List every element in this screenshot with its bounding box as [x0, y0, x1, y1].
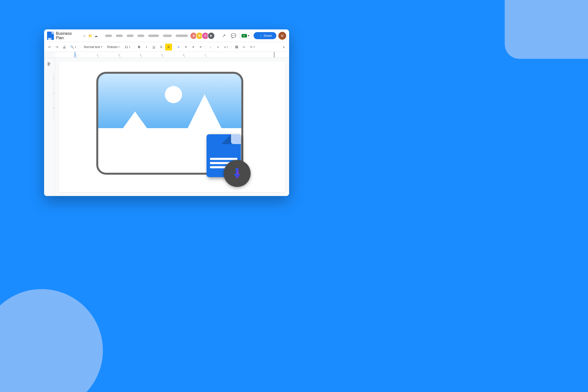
ruler-tick-6	[184, 56, 185, 58]
underline-button[interactable]: U	[150, 44, 157, 50]
meet-button[interactable]: ▶ ▾	[239, 33, 252, 39]
align-center-button[interactable]: ≡	[182, 44, 190, 50]
download-badge	[224, 160, 251, 187]
outline-icon[interactable]	[46, 60, 53, 67]
outline-svg	[47, 61, 52, 66]
share-icon: 👥	[258, 34, 262, 38]
title-bar-actions: ↗ 💬 ▶ ▾ 👥 Share U	[220, 32, 286, 40]
meet-icon: ▶	[242, 34, 247, 38]
bg-decoration-top-right	[505, 0, 588, 59]
bullet-list-button[interactable]: ≡	[214, 44, 222, 50]
italic-button[interactable]: I	[143, 44, 150, 50]
menu-placeholder-1	[105, 34, 112, 37]
avatar-4-video[interactable]: ▶	[208, 32, 215, 40]
collapse-toolbar-button[interactable]: ∧	[280, 44, 287, 50]
menu-placeholder-5	[148, 34, 159, 37]
numbered-list-icon: ≡	[224, 46, 226, 48]
ruler-tick-7	[206, 56, 206, 58]
v-ruler-label-3: 3	[54, 107, 54, 109]
comments-icon[interactable]: 💬	[230, 32, 238, 40]
separator-3	[174, 44, 174, 50]
ruler-tick-5	[163, 56, 163, 58]
doc-line-1	[210, 158, 238, 160]
meet-label: ▾	[248, 34, 250, 37]
title-action-icons: ☆ 📁 ☁	[82, 34, 98, 38]
cloud-icon[interactable]: ☁	[94, 34, 98, 38]
menu-placeholder-7	[176, 34, 188, 37]
share-label: Share	[264, 34, 272, 38]
ruler: 1 2 3 4 5 6 7	[44, 52, 289, 58]
svg-rect-4	[236, 168, 239, 174]
formatting-toolbar: ↩ ↪ 🖨 🔍 ▾ Normal text ▾ Roboto ▾ 11 ▾ B …	[44, 42, 289, 52]
font-dropdown[interactable]: Roboto ▾	[105, 44, 122, 50]
font-size-dropdown[interactable]: 11 ▾	[122, 44, 132, 50]
align-justify-button[interactable]: ≡	[197, 44, 204, 50]
ruler-tick-4	[141, 56, 142, 58]
zoom-icon: 🔍	[70, 45, 74, 49]
ruler-inner: 1 2 3 4 5 6 7	[55, 52, 289, 58]
line-spacing-button[interactable]: ↕	[207, 44, 214, 50]
edit-icon: ✏	[250, 45, 252, 49]
undo-variant-button[interactable]: ↩	[240, 44, 248, 50]
align-left-button[interactable]: ≡	[175, 44, 182, 50]
align-right-button[interactable]: ≡	[190, 44, 197, 50]
svg-marker-5	[234, 174, 240, 179]
star-icon[interactable]: ☆	[82, 34, 86, 38]
ruler-tick-2	[98, 56, 98, 58]
redo-button[interactable]: ↪	[54, 44, 60, 50]
document-title: Business Plan	[56, 31, 79, 40]
ruler-label-6: 6	[183, 54, 184, 56]
numbered-list-dropdown[interactable]: ≡ ▾	[222, 45, 230, 49]
print-button[interactable]: 🖨	[61, 44, 68, 50]
sun-icon	[165, 86, 182, 103]
v-ruler-label-1: 1	[54, 78, 54, 80]
share-button[interactable]: 👥 Share	[254, 32, 276, 39]
svg-rect-3	[48, 65, 50, 66]
illustration-container	[96, 72, 248, 182]
ruler-label-3: 3	[118, 54, 120, 56]
menu-placeholder-3	[127, 34, 134, 37]
menu-placeholder-6	[163, 34, 172, 37]
edit-arrow: ▾	[254, 46, 255, 48]
highlight-button[interactable]: A	[165, 44, 172, 50]
zoom-dropdown[interactable]: 🔍 ▾	[68, 44, 78, 50]
numbered-list-arrow: ▾	[226, 46, 228, 48]
font-size-label: 11	[124, 45, 128, 49]
svg-rect-2	[48, 64, 50, 65]
edit-dropdown[interactable]: ✏ ▾	[248, 44, 257, 50]
separator-1	[80, 44, 80, 50]
separator-4	[206, 44, 206, 50]
doc-fold-corner	[231, 134, 241, 144]
ruler-label-7: 7	[204, 54, 206, 56]
bg-decoration-bottom-left	[0, 289, 103, 392]
svg-rect-0	[48, 62, 49, 63]
ruler-label-1: 1	[75, 54, 76, 56]
document-page[interactable]	[59, 62, 285, 192]
separator-2	[134, 44, 134, 50]
zoom-arrow: ▾	[75, 46, 76, 48]
style-dropdown[interactable]: Normal text ▾	[82, 44, 104, 50]
ruler-tick-1	[77, 56, 77, 58]
insert-image-button[interactable]: 🖼	[233, 44, 240, 50]
v-ruler-label-2: 2	[54, 92, 54, 94]
folder-icon[interactable]: 📁	[88, 34, 92, 38]
left-sidebar: 1 2 3	[44, 58, 55, 196]
ruler-label-5: 5	[162, 54, 163, 56]
font-arrow: ▾	[118, 46, 120, 48]
ruler-label-2: 2	[97, 54, 98, 56]
style-label: Normal text	[84, 45, 100, 49]
ruler-marker-right	[274, 52, 274, 58]
undo-button[interactable]: ↩	[46, 44, 53, 50]
menu-placeholder-2	[116, 34, 123, 37]
vertical-ruler	[54, 72, 54, 122]
analytics-icon[interactable]: ↗	[220, 32, 228, 40]
text-color-button[interactable]: A	[158, 44, 165, 50]
bold-button[interactable]: B	[136, 44, 142, 50]
page-content-area	[59, 62, 285, 192]
user-avatar[interactable]: U	[278, 32, 286, 40]
svg-rect-1	[48, 63, 50, 64]
docs-app-icon	[47, 32, 54, 40]
document-area: 1 2 3	[44, 58, 289, 196]
menu-placeholder-4	[138, 34, 144, 37]
style-arrow: ▾	[101, 46, 102, 48]
